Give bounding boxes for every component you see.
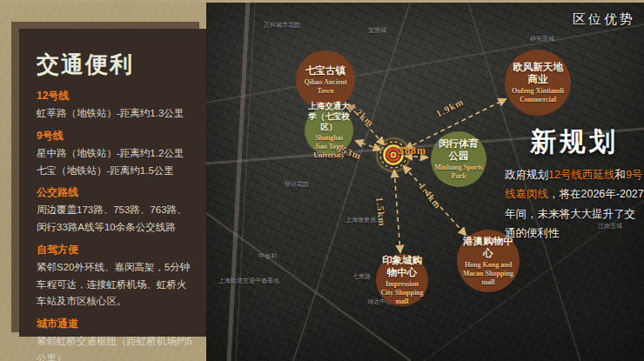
traffic-section-line: 虹莘路（地铁站）-距离约1.3公里 xyxy=(37,105,192,123)
traffic-section-heading: 自驾方便 xyxy=(37,243,192,257)
traffic-panel: 交通便利 12号线虹莘路（地铁站）-距离约1.3公里9号线星中路（地铁站）-距离… xyxy=(19,29,206,337)
traffic-section-heading: 城市通道 xyxy=(37,317,192,331)
traffic-section-line: 星中路（地铁站）-距离约1.2公里 xyxy=(37,145,192,163)
top-strip xyxy=(0,0,644,3)
poi-minhang-sports-park: 闵行体育公园Minhang Sports Park xyxy=(431,131,486,187)
poi-oufeng-xintiandi: 欧风新天地商业Oufeng Xintiandi Commercial xyxy=(505,50,571,116)
poi-name-zh: 欧风新天地商业 xyxy=(508,61,567,86)
satellite-map: 万科城市花园宝燕城静安新城联谊花园上海银星酒店中春村上海轨道交通中春基地七星路雄… xyxy=(206,0,644,361)
poi-name-zh: 印象城购物中心 xyxy=(379,254,425,279)
new-plan-title: 新规划 xyxy=(530,124,619,160)
traffic-section-heading: 12号线 xyxy=(37,89,192,104)
poi-name-en: Hong Kong and Macau Shopping mall xyxy=(460,261,516,287)
slide: 交通便利 12号线虹莘路（地铁站）-距离约1.3公里9号线星中路（地铁站）-距离… xyxy=(0,0,644,361)
poi-name-en: Oufeng Xintiandi Commercial xyxy=(508,87,567,104)
distance-line xyxy=(394,170,400,252)
traffic-section-line: 紧邻虹桥交通枢纽（距虹桥机场约5公里） xyxy=(37,333,192,361)
traffic-sections: 12号线虹莘路（地铁站）-距离约1.3公里9号线星中路（地铁站）-距离约1.2公… xyxy=(37,89,192,361)
poi-name-zh: 七宝古镇 xyxy=(305,64,345,77)
traffic-section-heading: 公交路线 xyxy=(37,185,192,200)
corner-label: 区位优势 xyxy=(573,11,635,28)
new-plan-text: 政府规划12号线西延线和9号线嘉闵线，将在2026年-2027年间，未来将大大提… xyxy=(505,165,644,243)
plan-segment: 和 xyxy=(614,169,626,181)
plan-segment: 政府规划 xyxy=(505,169,548,181)
poi-name-en: Impression City Shopping mall xyxy=(379,280,425,306)
poi-name-zh: 闵行体育公园 xyxy=(434,137,483,163)
traffic-section-line: 紧邻S20外环线、嘉闵高架，5分钟车程可达，连接虹桥机场、虹桥火车站及市区核心区… xyxy=(37,259,192,311)
traffic-panel-title: 交通便利 xyxy=(37,50,192,80)
traffic-section-line: 七宝（地铁站）-距离约1.5公里 xyxy=(37,163,192,180)
poi-name-zh: 上海交通大学（七宝校区） xyxy=(308,101,350,132)
distance-label: 388m xyxy=(399,144,426,157)
poi-impression-city-mall: 印象城购物中心Impression City Shopping mall xyxy=(376,254,428,306)
traffic-section-heading: 9号线 xyxy=(37,129,192,144)
poi-name-en: Qibao Ancient Town xyxy=(299,78,352,96)
traffic-section-line: 周边覆盖173路、753路、763路、闵行33路A线等10余条公交线路 xyxy=(37,202,192,237)
poi-name-en: Minhang Sports Park xyxy=(434,164,483,181)
plan-highlight: 12号线西延线 xyxy=(548,169,614,181)
